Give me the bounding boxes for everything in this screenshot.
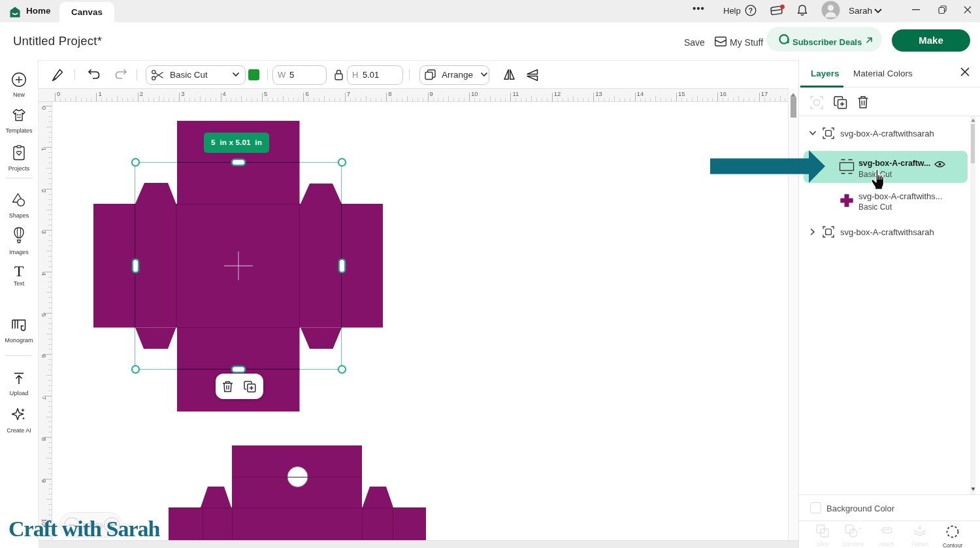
svg-text:?: ?	[749, 7, 753, 14]
